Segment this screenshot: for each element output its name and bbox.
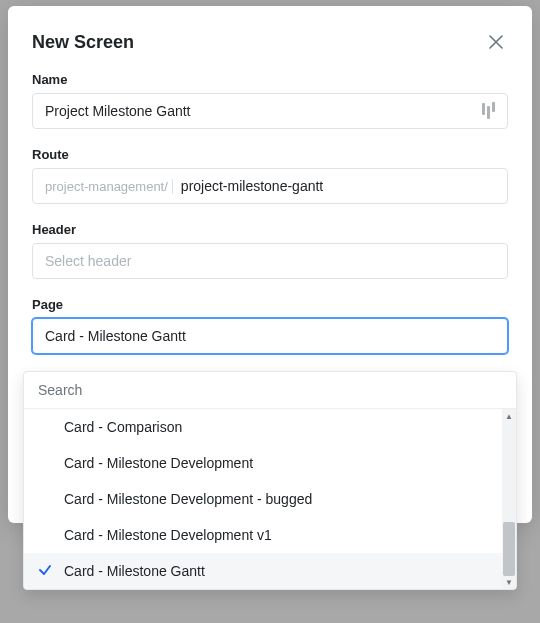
dropdown-option[interactable]: Card - Milestone Development - bugged <box>24 481 516 517</box>
dropdown-list: Card - ComparisonCard - Milestone Develo… <box>24 409 516 589</box>
route-label: Route <box>32 147 508 162</box>
svg-rect-0 <box>482 103 485 115</box>
route-field: Route project-management/ project-milest… <box>32 147 508 204</box>
name-label: Name <box>32 72 508 87</box>
page-input[interactable] <box>33 319 507 353</box>
route-input[interactable]: project-milestone-gantt <box>173 169 331 203</box>
dropdown-option[interactable]: Card - Milestone Development <box>24 445 516 481</box>
dropdown-option-label: Card - Milestone Gantt <box>64 563 205 579</box>
route-prefix: project-management/ <box>33 179 173 194</box>
close-icon <box>489 35 503 49</box>
modal-title: New Screen <box>32 32 134 53</box>
header-input[interactable] <box>33 244 507 278</box>
ai-generate-icon[interactable] <box>479 102 497 120</box>
dropdown-option-label: Card - Milestone Development - bugged <box>64 491 312 507</box>
header-field: Header <box>32 222 508 279</box>
scroll-down-arrow[interactable]: ▼ <box>502 575 516 589</box>
page-dropdown: Search Card - ComparisonCard - Milestone… <box>23 371 517 590</box>
dropdown-option-label: Card - Milestone Development v1 <box>64 527 272 543</box>
header-label: Header <box>32 222 508 237</box>
dropdown-option[interactable]: Card - Milestone Development v1 <box>24 517 516 553</box>
dropdown-option[interactable]: Card - Milestone Gantt <box>24 553 516 589</box>
check-icon <box>38 563 52 580</box>
dropdown-search-input[interactable]: Search <box>24 372 516 409</box>
scrollbar[interactable]: ▲ ▼ <box>502 409 516 589</box>
scroll-thumb[interactable] <box>503 522 515 576</box>
scroll-up-arrow[interactable]: ▲ <box>502 409 516 423</box>
close-button[interactable] <box>484 30 508 54</box>
dropdown-option-label: Card - Comparison <box>64 419 182 435</box>
name-input-wrap[interactable] <box>32 93 508 129</box>
header-select[interactable] <box>32 243 508 279</box>
svg-rect-1 <box>487 106 490 119</box>
modal-header: New Screen <box>32 30 508 54</box>
name-input[interactable] <box>33 94 479 128</box>
dropdown-option-label: Card - Milestone Development <box>64 455 253 471</box>
svg-rect-2 <box>492 102 495 112</box>
dropdown-option[interactable]: Card - Comparison <box>24 409 516 445</box>
name-field: Name <box>32 72 508 129</box>
page-label: Page <box>32 297 508 312</box>
route-input-wrap[interactable]: project-management/ project-milestone-ga… <box>32 168 508 204</box>
page-select[interactable] <box>32 318 508 354</box>
page-field: Page <box>32 297 508 354</box>
